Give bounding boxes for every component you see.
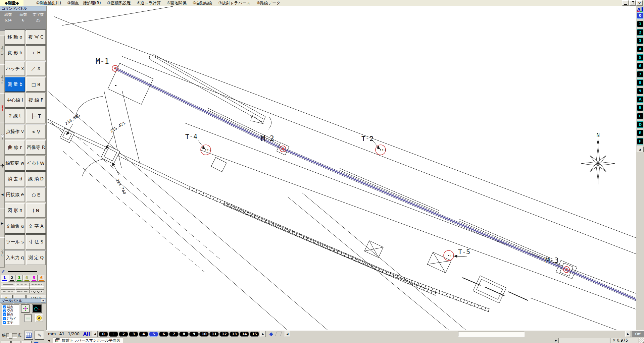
command-button[interactable]: □ B	[26, 77, 46, 92]
status-arrow[interactable]: ▶	[553, 338, 558, 343]
command-button[interactable]: 入出力 q	[5, 250, 25, 265]
command-button[interactable]: ├─ T	[26, 108, 46, 123]
pen-button[interactable]: 6	[38, 275, 45, 282]
calculator-icon[interactable]	[24, 331, 33, 340]
command-button[interactable]: 中心線 f	[5, 93, 25, 108]
unit-label[interactable]: mm	[48, 332, 56, 336]
snap-range-slider[interactable]	[6, 333, 17, 338]
command-button[interactable]: 図 形 n	[5, 203, 25, 218]
snap-checkbox[interactable]	[3, 309, 6, 312]
close-icon[interactable]: ×	[636, 0, 643, 6]
command-button[interactable]: 文 字 A	[26, 219, 46, 234]
layer-tab-12[interactable]: 12	[219, 332, 229, 337]
command-button[interactable]: 複 線 F	[26, 93, 46, 108]
info-icon[interactable]: i	[32, 341, 40, 343]
layer-tab-14[interactable]: 14	[240, 332, 249, 337]
zoom-in-handle[interactable]	[0, 93, 5, 123]
layer-tab-13[interactable]: 13	[230, 332, 239, 337]
layer-tab-1[interactable]: 1	[109, 332, 118, 337]
command-button[interactable]: 消 去 d	[5, 171, 25, 186]
restore-icon[interactable]	[629, 0, 636, 6]
layer-scroll-up[interactable]: ▲	[637, 147, 644, 152]
menu-item[interactable]: ⑥自動結線	[190, 1, 215, 5]
drawing-canvas[interactable]: T-4 T-2 T-5 M-1 M-2 M-3 T-4 T-2 T-5	[46, 6, 636, 330]
zoom-out-handle[interactable]	[0, 122, 5, 152]
redo-button[interactable]: Redo	[0, 64, 5, 94]
layer-button-1[interactable]: 1	[637, 21, 643, 27]
vb-button[interactable]: VB	[22, 341, 32, 343]
command-button[interactable]: ＋ H	[26, 45, 46, 60]
slider-handle[interactable]	[9, 333, 12, 339]
layers-all-label[interactable]: All	[83, 331, 90, 337]
paper-label[interactable]: A1	[59, 332, 64, 336]
sheet-scroll-left[interactable]: ◀	[285, 331, 290, 337]
command-button[interactable]: ○ E	[26, 187, 46, 202]
scroll-right-handle[interactable]: ▶	[0, 209, 5, 238]
layer-button-B[interactable]: B	[637, 105, 643, 111]
layer-button-5[interactable]: 5	[637, 54, 643, 61]
command-button[interactable]: 画像等 R	[26, 140, 46, 155]
panel-collapse-icon[interactable]: ▼	[41, 299, 45, 302]
line-style-sparse-dot[interactable]	[1, 286, 15, 290]
layer-tab-11[interactable]: 11	[209, 332, 219, 337]
layers-scroll-right[interactable]: ▶	[260, 331, 266, 337]
layer-button-D[interactable]: D	[637, 121, 643, 128]
layer-button-E[interactable]: E	[637, 130, 643, 136]
pan-handle[interactable]	[0, 151, 5, 180]
command-button[interactable]: 測 定 Q	[26, 250, 46, 265]
undo-button[interactable]: Undo	[0, 36, 5, 65]
layer-button-8[interactable]: 8	[637, 79, 643, 86]
command-button[interactable]: 曲 線 r	[5, 140, 25, 155]
crosshair-icon[interactable]	[21, 304, 30, 313]
layer-tab-6[interactable]: 6	[159, 332, 168, 337]
layer-tab-8[interactable]: 8	[179, 332, 189, 337]
layer-tab-3[interactable]: 3	[129, 332, 138, 337]
pen-button[interactable]: 2	[8, 275, 15, 282]
command-button[interactable]: 線 消 D	[26, 171, 46, 186]
command-button[interactable]: ツール s	[5, 234, 25, 249]
pen-button[interactable]: 5	[31, 275, 38, 282]
layer-button-6[interactable]: 6	[637, 63, 643, 69]
layer-button-A[interactable]: A	[637, 96, 643, 103]
resize-grip[interactable]	[639, 338, 644, 343]
layers-scroll-left[interactable]: ◀	[92, 331, 98, 337]
layer-tab-0[interactable]: 0	[99, 332, 108, 337]
command-button[interactable]: 移 動 o	[5, 30, 25, 45]
layer-tab-7[interactable]: 7	[169, 332, 179, 337]
layer-button-9[interactable]: 9	[637, 88, 643, 94]
command-button[interactable]: ( N	[26, 203, 46, 218]
menu-item[interactable]: ④逆トラ計算	[134, 1, 164, 5]
line-style-wavy[interactable]	[30, 290, 44, 293]
menu-item[interactable]: ⑤画地関係	[164, 1, 190, 5]
layer-button-C[interactable]: C	[637, 113, 643, 119]
layer-book-icon[interactable]: ◆	[269, 331, 273, 337]
layer-tab-15[interactable]: 15	[250, 332, 259, 337]
snap-checkbox[interactable]	[3, 305, 6, 308]
off-button[interactable]: Off	[632, 331, 644, 337]
sheet-tab[interactable]: 放射トラバースマンホール平面図	[53, 338, 123, 343]
layer-button-2[interactable]: 2	[637, 29, 643, 36]
line-style-dash-dot-dot[interactable]	[1, 290, 15, 293]
snap-checkbox[interactable]	[3, 321, 6, 324]
menu-item[interactable]: ②測点一括処理(R)	[64, 1, 104, 5]
command-button[interactable]: 文編集 a	[5, 219, 25, 234]
layer-button-F[interactable]: F	[637, 138, 643, 145]
menu-item[interactable]: ③座標系設定	[104, 1, 134, 5]
ghost-sheet-icon[interactable]	[275, 332, 282, 336]
line-style-dotted[interactable]	[15, 283, 30, 286]
pen-button[interactable]: 3	[16, 275, 23, 282]
calc-strip[interactable]: Calc	[0, 237, 5, 268]
layer-button-4[interactable]: 4	[637, 46, 643, 52]
layer-tab-2[interactable]: 2	[119, 332, 128, 337]
layer-tab-10[interactable]: 10	[199, 332, 209, 337]
command-button[interactable]: 円接線 e	[5, 187, 25, 202]
tab-scroll-left[interactable]: ◀	[46, 338, 51, 343]
command-button[interactable]: 点操作 v	[5, 124, 25, 139]
line-style-dashed[interactable]	[30, 283, 44, 286]
circle-a-icon[interactable]: A	[35, 314, 43, 322]
off-scroll-right[interactable]: ▶	[625, 331, 631, 337]
command-button[interactable]: < V	[26, 124, 46, 139]
scale-label[interactable]: 1/200	[68, 332, 80, 336]
command-button[interactable]: ／ X	[26, 61, 46, 76]
command-button[interactable]: 測 量 b	[5, 77, 25, 92]
